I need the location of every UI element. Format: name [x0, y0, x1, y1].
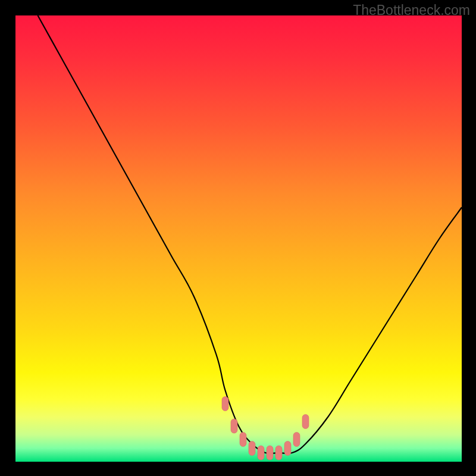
marker-point [302, 415, 309, 429]
marker-point [267, 446, 273, 460]
marker-point [222, 397, 228, 411]
marker-point [284, 441, 291, 456]
marker-point [231, 419, 237, 433]
marker-point [293, 433, 300, 447]
gradient-background [15, 15, 462, 462]
marker-point [275, 446, 282, 460]
marker-point [240, 433, 246, 447]
marker-point [249, 441, 255, 456]
chart-frame: TheBottleneck.com [0, 0, 476, 476]
marker-point [258, 446, 264, 460]
bottleneck-chart [15, 15, 462, 462]
plot-area [15, 15, 462, 462]
